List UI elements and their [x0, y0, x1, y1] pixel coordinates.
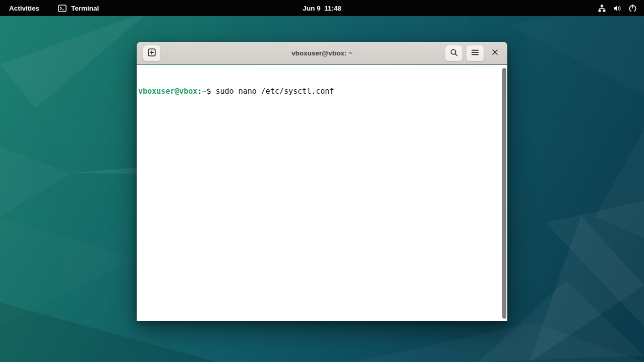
top-bar: Activities Terminal Jun 9 11:48: [0, 0, 644, 16]
hamburger-menu-icon: [471, 48, 480, 58]
terminal-app-icon: [57, 4, 67, 13]
headerbar[interactable]: vboxuser@vbox: ~: [137, 42, 507, 65]
power-icon: [628, 4, 637, 13]
new-tab-icon: [147, 48, 156, 58]
prompt-line: vboxuser@vbox:~$sudo nano /etc/sysctl.co…: [138, 87, 499, 96]
prompt-user-host: vboxuser@vbox: [138, 87, 197, 96]
window-title: vboxuser@vbox: ~: [291, 49, 353, 57]
terminal-content[interactable]: vboxuser@vbox:~$sudo nano /etc/sysctl.co…: [137, 65, 507, 321]
volume-icon: [612, 4, 622, 13]
app-menu-button[interactable]: Terminal: [57, 4, 99, 13]
prompt-symbol: $: [206, 87, 211, 96]
close-button[interactable]: [487, 45, 502, 61]
search-icon: [449, 48, 458, 58]
network-wired-icon: [597, 4, 607, 13]
typed-command: sudo nano /etc/sysctl.conf: [211, 87, 334, 96]
app-menu-label: Terminal: [71, 5, 99, 12]
terminal-window: vboxuser@vbox: ~: [137, 42, 507, 321]
search-button[interactable]: [445, 45, 463, 62]
scrollbar[interactable]: [501, 65, 507, 321]
close-icon: [491, 48, 499, 57]
clock-button[interactable]: Jun 9 11:48: [301, 5, 343, 12]
system-status-area[interactable]: [597, 0, 637, 16]
activities-button[interactable]: Activities: [7, 5, 41, 12]
menu-button[interactable]: [466, 45, 484, 62]
new-tab-button[interactable]: [143, 45, 161, 62]
scrollbar-thumb[interactable]: [502, 68, 506, 319]
